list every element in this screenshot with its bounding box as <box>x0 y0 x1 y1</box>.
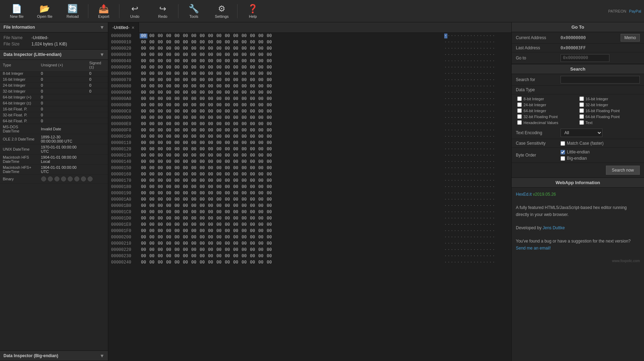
hex-byte[interactable]: 00 <box>173 90 181 95</box>
hex-byte[interactable]: 00 <box>207 115 214 120</box>
hex-byte[interactable]: 00 <box>207 103 214 108</box>
hex-byte[interactable]: 00 <box>140 128 147 133</box>
data-type-checkbox[interactable] <box>579 108 584 113</box>
hex-byte[interactable]: 00 <box>182 222 189 227</box>
hex-byte[interactable]: 00 <box>140 159 147 164</box>
hex-byte[interactable]: 00 <box>207 147 214 152</box>
patreon-link[interactable]: PATREON <box>608 9 627 13</box>
hex-byte[interactable]: 00 <box>140 229 147 233</box>
memo-button[interactable]: Memo <box>621 34 640 42</box>
hex-byte[interactable]: 00 <box>198 222 206 227</box>
hex-byte[interactable]: 00 <box>265 84 273 89</box>
hex-byte[interactable]: 00 <box>240 197 248 202</box>
hex-byte[interactable]: 00 <box>182 96 189 101</box>
hex-byte[interactable]: 00 <box>257 78 265 82</box>
data-type-option[interactable]: Text <box>578 120 640 125</box>
hex-byte[interactable]: 00 <box>240 210 248 215</box>
hex-byte[interactable]: 00 <box>232 71 240 76</box>
hex-byte[interactable]: 00 <box>148 222 156 227</box>
hex-byte[interactable]: 00 <box>190 140 198 145</box>
hex-byte[interactable]: 00 <box>148 260 156 265</box>
hex-byte[interactable]: 00 <box>148 172 156 177</box>
hex-byte[interactable]: 00 <box>215 229 223 233</box>
hex-byte[interactable]: 00 <box>232 241 240 246</box>
hex-byte[interactable]: 00 <box>140 140 147 145</box>
hex-byte[interactable]: 00 <box>190 172 198 177</box>
hex-byte[interactable]: 00 <box>224 159 231 164</box>
hex-byte[interactable]: 00 <box>190 159 198 164</box>
hex-byte[interactable]: 00 <box>148 203 156 208</box>
hex-byte[interactable]: 00 <box>265 122 273 127</box>
hex-byte[interactable]: 00 <box>257 140 265 145</box>
hex-byte[interactable]: 00 <box>165 78 173 82</box>
hex-byte[interactable]: 00 <box>249 78 256 82</box>
hex-byte[interactable]: 00 <box>182 166 189 171</box>
hex-byte[interactable]: 00 <box>140 40 147 45</box>
hex-byte[interactable]: 00 <box>240 109 248 114</box>
hex-byte[interactable]: 00 <box>257 254 265 259</box>
hex-byte[interactable]: 00 <box>198 172 206 177</box>
hex-byte[interactable]: 00 <box>156 115 164 120</box>
hex-byte[interactable]: 00 <box>148 59 156 64</box>
hex-byte[interactable]: 00 <box>215 191 223 196</box>
hex-byte[interactable]: 00 <box>148 140 156 145</box>
hex-byte[interactable]: 00 <box>207 65 214 70</box>
hex-byte[interactable]: 00 <box>249 254 256 259</box>
hex-byte[interactable]: 00 <box>265 78 273 82</box>
file-info-collapse-icon[interactable]: ▼ <box>100 24 104 30</box>
hex-byte[interactable]: 00 <box>232 172 240 177</box>
data-type-checkbox[interactable] <box>517 114 522 119</box>
hex-byte[interactable]: 00 <box>240 90 248 95</box>
hex-byte[interactable]: 00 <box>140 90 147 95</box>
hex-byte[interactable]: 00 <box>182 203 189 208</box>
hex-byte[interactable]: 00 <box>240 153 248 158</box>
hex-byte[interactable]: 00 <box>156 222 164 227</box>
hex-byte[interactable]: 00 <box>232 34 240 38</box>
hex-byte[interactable]: 00 <box>265 34 273 38</box>
hex-byte[interactable]: 00 <box>148 84 156 89</box>
hex-byte[interactable]: 00 <box>173 140 181 145</box>
hex-byte[interactable]: 00 <box>215 78 223 82</box>
hex-byte[interactable]: 00 <box>207 241 214 246</box>
hex-byte[interactable]: 00 <box>173 159 181 164</box>
hex-byte[interactable]: 00 <box>215 185 223 189</box>
hex-byte[interactable]: 00 <box>182 191 189 196</box>
hex-byte[interactable]: 00 <box>165 90 173 95</box>
hex-byte[interactable]: 00 <box>215 222 223 227</box>
hex-byte[interactable]: 00 <box>249 96 256 101</box>
hex-byte[interactable]: 00 <box>240 84 248 89</box>
hex-byte[interactable]: 00 <box>207 210 214 215</box>
hex-byte[interactable]: 00 <box>190 84 198 89</box>
hex-byte[interactable]: 00 <box>148 185 156 189</box>
hex-byte[interactable]: 00 <box>265 134 273 139</box>
hex-byte[interactable]: 00 <box>148 52 156 57</box>
hex-byte[interactable]: 00 <box>240 103 248 108</box>
hex-byte[interactable]: 00 <box>257 178 265 183</box>
hex-byte[interactable]: 00 <box>190 241 198 246</box>
hex-byte[interactable]: 00 <box>240 52 248 57</box>
hex-byte[interactable]: 00 <box>224 71 231 76</box>
hex-byte[interactable]: 00 <box>173 78 181 82</box>
hex-byte[interactable]: 00 <box>257 109 265 114</box>
hex-byte[interactable]: 00 <box>140 134 147 139</box>
hex-byte[interactable]: 00 <box>249 128 256 133</box>
hex-byte[interactable]: 00 <box>224 222 231 227</box>
hex-byte[interactable]: 00 <box>140 185 147 189</box>
hex-byte[interactable]: 00 <box>140 178 147 183</box>
hex-byte[interactable]: 00 <box>215 197 223 202</box>
hex-byte[interactable]: 00 <box>207 185 214 189</box>
hex-byte[interactable]: 00 <box>249 203 256 208</box>
hex-byte[interactable]: 00 <box>190 122 198 127</box>
hex-byte[interactable]: 00 <box>215 166 223 171</box>
big-endian-checkbox[interactable] <box>561 156 565 161</box>
hex-byte[interactable]: 00 <box>148 241 156 246</box>
hex-byte[interactable]: 00 <box>148 109 156 114</box>
hex-byte[interactable]: 00 <box>190 90 198 95</box>
hex-byte[interactable]: 00 <box>148 134 156 139</box>
hex-byte[interactable]: 00 <box>165 140 173 145</box>
hex-byte[interactable]: 00 <box>224 241 231 246</box>
hex-byte[interactable]: 00 <box>198 134 206 139</box>
hex-byte[interactable]: 00 <box>257 59 265 64</box>
hex-byte[interactable]: 00 <box>232 109 240 114</box>
hex-byte[interactable]: 00 <box>249 178 256 183</box>
